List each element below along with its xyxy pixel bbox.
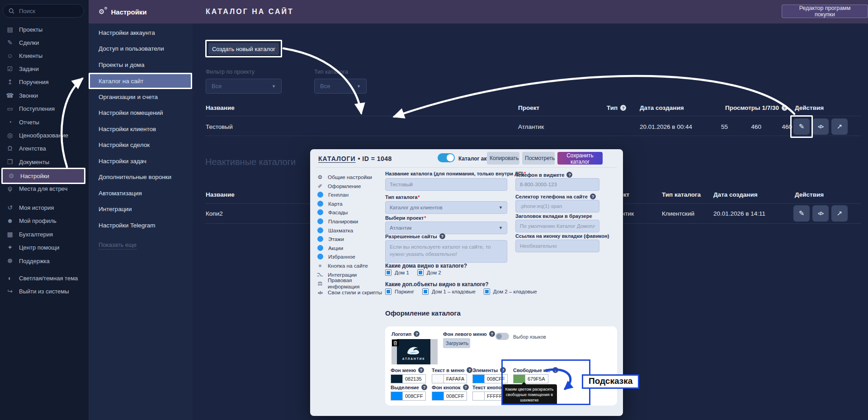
sidebar-item-agencies[interactable]: Агентства bbox=[0, 142, 89, 155]
hex-input[interactable] bbox=[525, 374, 548, 383]
modal-nav-genplan[interactable]: Генплан bbox=[316, 191, 383, 198]
settings-item-access[interactable]: Доступ и пользователи bbox=[89, 41, 193, 56]
modal-nav-facades[interactable]: Фасады bbox=[316, 208, 383, 216]
catalog-type-select[interactable]: Каталог для клиентов▼ bbox=[385, 201, 507, 214]
purchase-programs-editor-button[interactable]: Редактор программ покупки bbox=[782, 5, 868, 18]
allowed-sites-textarea[interactable] bbox=[385, 240, 507, 263]
show-more-link[interactable]: Показать еще bbox=[99, 241, 137, 250]
sidebar-item-theme[interactable]: Светлая/темная тема bbox=[0, 272, 89, 284]
settings-item-integrations[interactable]: Интеграции bbox=[89, 201, 193, 217]
tab-title-input[interactable] bbox=[515, 220, 599, 232]
filter-type-select[interactable]: Все ▼ bbox=[314, 79, 367, 94]
sidebar-item-support[interactable]: Поддержка bbox=[0, 255, 89, 267]
color-swatch[interactable] bbox=[432, 374, 443, 383]
search-input[interactable] bbox=[18, 7, 78, 15]
sidebar-item-tasks[interactable]: Задачи bbox=[0, 62, 89, 75]
color-swatch[interactable] bbox=[472, 374, 484, 383]
help-icon[interactable] bbox=[620, 105, 626, 111]
modal-nav-design[interactable]: Оформление bbox=[316, 182, 383, 190]
settings-item-account[interactable]: Настройки аккаунта bbox=[89, 25, 193, 40]
edit-catalog-button[interactable] bbox=[793, 205, 810, 222]
checkbox-checked-icon[interactable] bbox=[484, 288, 490, 295]
checkbox-house-2[interactable]: Дом 2 bbox=[417, 269, 441, 276]
color-swatch[interactable] bbox=[432, 392, 443, 401]
sidebar-item-history[interactable]: Моя история bbox=[0, 201, 89, 214]
settings-item-automation[interactable]: Автоматизация bbox=[89, 185, 193, 201]
sidebar-item-calls[interactable]: Звонки bbox=[0, 89, 89, 102]
help-icon[interactable] bbox=[552, 367, 558, 373]
catalog-name[interactable]: Копи2 bbox=[206, 210, 223, 217]
help-icon[interactable] bbox=[566, 172, 572, 178]
catalog-name-input[interactable] bbox=[385, 178, 507, 191]
sidebar-item-pricing[interactable]: Ценообразование bbox=[0, 129, 89, 142]
search-box[interactable] bbox=[3, 4, 84, 18]
checkbox-storage-1[interactable]: Дом 1 – кладовые bbox=[422, 288, 476, 295]
settings-item-deals[interactable]: Настройки сделок bbox=[89, 137, 193, 152]
help-icon[interactable] bbox=[463, 384, 469, 390]
create-catalog-button[interactable]: Создать новый каталог bbox=[208, 43, 279, 55]
help-icon[interactable] bbox=[590, 193, 596, 199]
language-toggle[interactable] bbox=[495, 333, 509, 340]
modal-nav-custom-code[interactable]: Свои стили и скрипты bbox=[316, 288, 383, 296]
open-catalog-button[interactable] bbox=[831, 118, 848, 135]
open-catalog-button[interactable] bbox=[831, 205, 848, 222]
filter-project-select[interactable]: Все ▼ bbox=[206, 79, 282, 94]
settings-item-projects[interactable]: Проекты и дома bbox=[89, 57, 193, 72]
help-icon[interactable] bbox=[418, 367, 424, 373]
help-icon[interactable] bbox=[439, 233, 445, 239]
checkbox-checked-icon[interactable] bbox=[385, 269, 392, 276]
settings-item-organizations[interactable]: Организации и счета bbox=[89, 89, 193, 104]
help-icon[interactable] bbox=[421, 384, 427, 390]
widget-phone-input[interactable] bbox=[515, 178, 599, 191]
sidebar-item-projects[interactable]: Проекты bbox=[0, 23, 89, 36]
sidebar-item-clients[interactable]: Клиенты bbox=[0, 49, 89, 62]
sidebar-item-settings[interactable]: Настройки bbox=[1, 168, 85, 184]
preview-button[interactable]: Посмотреть bbox=[522, 152, 555, 165]
modal-nav-layouts[interactable]: Планировки bbox=[316, 217, 383, 225]
sidebar-item-income[interactable]: Поступления bbox=[0, 102, 89, 115]
help-icon[interactable] bbox=[489, 331, 495, 337]
hex-input[interactable] bbox=[443, 392, 467, 401]
modal-nav-legal[interactable]: Правовая информация bbox=[316, 279, 383, 287]
sidebar-item-logout[interactable]: Выйти из системы bbox=[0, 285, 89, 297]
modal-nav-chessboard[interactable]: Шахматка bbox=[316, 227, 383, 234]
catalog-active-toggle[interactable] bbox=[438, 153, 455, 162]
sidebar-item-meetings[interactable]: Места для встреч bbox=[0, 182, 89, 195]
hex-input[interactable] bbox=[402, 392, 426, 401]
hex-input[interactable] bbox=[484, 374, 508, 383]
checkbox-storage-2[interactable]: Дом 2 – кладовые bbox=[484, 288, 537, 295]
help-icon[interactable] bbox=[500, 367, 506, 373]
sidebar-item-accounting[interactable]: Бухгалтерия bbox=[0, 228, 89, 241]
checkbox-checked-icon[interactable] bbox=[422, 288, 429, 295]
phone-selector-input[interactable] bbox=[515, 200, 599, 212]
modal-nav-promos[interactable]: Акции bbox=[316, 244, 383, 252]
modal-nav-favorites[interactable]: Избранное bbox=[316, 253, 383, 260]
settings-item-telegram[interactable]: Настройки Telegram bbox=[89, 217, 193, 233]
upload-button[interactable]: Загрузить bbox=[443, 338, 470, 348]
modal-nav-floors[interactable]: Этажи bbox=[316, 235, 383, 243]
color-swatch[interactable] bbox=[391, 392, 402, 401]
checkbox-checked-icon[interactable] bbox=[417, 269, 424, 276]
copy-button[interactable]: Копировать bbox=[487, 152, 519, 165]
settings-item-catalog[interactable]: Каталог на сайт bbox=[89, 73, 192, 89]
settings-item-units[interactable]: Настройки помещений bbox=[89, 105, 193, 120]
hex-input[interactable] bbox=[402, 374, 426, 383]
help-icon[interactable] bbox=[782, 105, 788, 111]
catalogs-breadcrumb[interactable]: КАТАЛОГИ bbox=[318, 155, 356, 162]
help-icon[interactable] bbox=[467, 367, 472, 373]
modal-nav-general[interactable]: Общие настройки bbox=[316, 173, 383, 181]
checkbox-parking[interactable]: Паркинг bbox=[385, 288, 414, 295]
catalog-name[interactable]: Тестовый bbox=[206, 123, 233, 130]
favicon-input[interactable] bbox=[515, 240, 599, 252]
delete-logo-button[interactable] bbox=[392, 340, 399, 346]
sidebar-item-help[interactable]: Центр помощи bbox=[0, 241, 89, 254]
settings-item-funnels[interactable]: Дополнительные воронки bbox=[89, 169, 193, 184]
modal-nav-site-button[interactable]: Кнопка на сайте bbox=[316, 262, 383, 269]
hex-input[interactable] bbox=[443, 374, 467, 383]
settings-item-tasks[interactable]: Настройки задач bbox=[89, 153, 193, 169]
help-icon[interactable] bbox=[414, 331, 420, 337]
color-swatch[interactable] bbox=[472, 392, 484, 401]
checkbox-checked-icon[interactable] bbox=[385, 288, 392, 295]
embed-code-button[interactable] bbox=[812, 205, 829, 222]
modal-nav-map[interactable]: Карта bbox=[316, 200, 383, 208]
